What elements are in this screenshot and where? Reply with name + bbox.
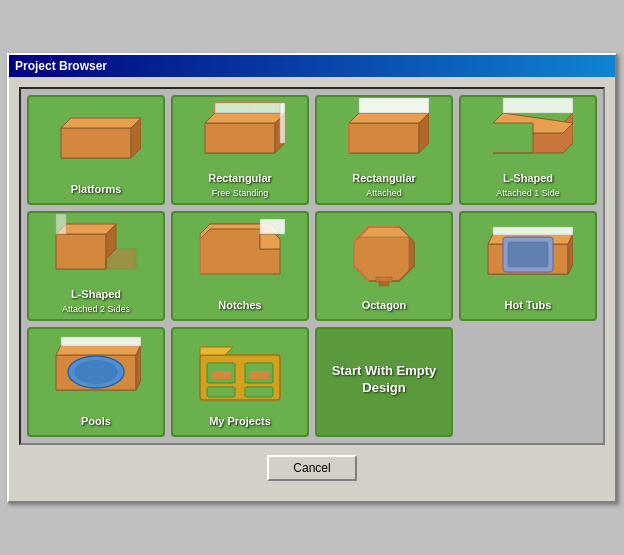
platforms-icon [51, 103, 141, 173]
octagon-label: Octagon [358, 296, 411, 314]
octagon-icon [339, 219, 429, 289]
my-projects-image [173, 329, 307, 413]
svg-rect-39 [376, 277, 392, 282]
svg-marker-62 [211, 371, 231, 379]
svg-rect-14 [215, 103, 285, 113]
svg-rect-26 [503, 98, 573, 113]
rectangular-free-label: Rectangular [204, 169, 276, 187]
rectangular-attached-icon [339, 98, 429, 168]
svg-rect-54 [61, 337, 141, 346]
project-browser-window: Project Browser Platforms [7, 53, 617, 503]
title-bar: Project Browser [9, 55, 615, 77]
svg-rect-40 [379, 282, 389, 286]
window-title: Project Browser [15, 59, 107, 73]
svg-rect-46 [508, 242, 548, 267]
svg-marker-2 [61, 118, 141, 128]
rectangular-attached-label: Rectangular [348, 169, 420, 187]
rectangular-free-icon [195, 98, 285, 168]
svg-marker-5 [205, 123, 275, 153]
svg-marker-56 [200, 347, 233, 355]
svg-point-53 [74, 360, 118, 384]
svg-marker-24 [493, 113, 573, 133]
l-shaped-2-icon [51, 214, 141, 284]
notches-icon [195, 219, 285, 289]
l-shaped-1-label: L-Shaped [499, 169, 557, 187]
rectangular-free-image [173, 97, 307, 170]
l-shaped-2-image [29, 213, 163, 286]
l-shaped-2-item[interactable]: L-Shaped Attached 2 Sides [27, 211, 165, 321]
pools-label: Pools [77, 412, 115, 430]
rectangular-attached-item[interactable]: Rectangular Attached [315, 95, 453, 205]
svg-rect-15 [280, 103, 285, 143]
svg-marker-18 [349, 113, 429, 123]
hot-tubs-item[interactable]: Hot Tubs [459, 211, 597, 321]
rectangular-attached-sublabel: Attached [366, 188, 402, 199]
octagon-item[interactable]: Octagon [315, 211, 453, 321]
project-grid: Platforms [19, 87, 605, 445]
platforms-item[interactable]: Platforms [27, 95, 165, 205]
octagon-image [317, 213, 451, 297]
cancel-button[interactable]: Cancel [267, 455, 356, 481]
notches-item[interactable]: Notches [171, 211, 309, 321]
hot-tubs-label: Hot Tubs [501, 296, 556, 314]
pools-icon [51, 335, 141, 405]
svg-rect-20 [359, 98, 429, 113]
rectangular-attached-image [317, 97, 451, 170]
rectangular-free-item[interactable]: Rectangular Free Standing [171, 95, 309, 205]
l-shaped-2-sublabel: Attached 2 Sides [62, 304, 130, 315]
l-shaped-2-label: L-Shaped [67, 285, 125, 303]
rectangular-free-sublabel: Free Standing [212, 188, 269, 199]
svg-marker-1 [61, 128, 131, 158]
hot-tubs-icon [483, 219, 573, 289]
pools-image [29, 329, 163, 413]
pools-item[interactable]: Pools [27, 327, 165, 437]
svg-rect-60 [245, 387, 273, 397]
svg-rect-34 [260, 219, 285, 234]
notches-label: Notches [214, 296, 265, 314]
my-projects-icon [195, 335, 285, 405]
window-body: Platforms [9, 77, 615, 501]
svg-marker-38 [409, 237, 414, 271]
bottom-bar: Cancel [19, 445, 605, 491]
l-shaped-1-item[interactable]: L-Shaped Attached 1 Side [459, 95, 597, 205]
svg-marker-17 [349, 123, 419, 153]
l-shaped-1-icon [483, 98, 573, 168]
notches-image [173, 213, 307, 297]
l-shaped-1-image [461, 97, 595, 170]
svg-marker-6 [205, 113, 285, 123]
start-empty-label: Start With Empty Design [317, 361, 451, 399]
svg-marker-28 [56, 234, 106, 269]
platforms-image [29, 97, 163, 181]
my-projects-item[interactable]: My Projects [171, 327, 309, 437]
hot-tubs-image [461, 213, 595, 297]
svg-marker-50 [56, 345, 141, 355]
my-projects-label: My Projects [205, 412, 275, 430]
start-empty-item[interactable]: Start With Empty Design [315, 327, 453, 437]
svg-marker-64 [249, 371, 269, 379]
l-shaped-1-sublabel: Attached 1 Side [496, 188, 560, 199]
svg-rect-31 [56, 214, 66, 234]
platforms-label: Platforms [67, 180, 126, 198]
svg-rect-47 [493, 227, 573, 235]
svg-rect-59 [207, 387, 235, 397]
